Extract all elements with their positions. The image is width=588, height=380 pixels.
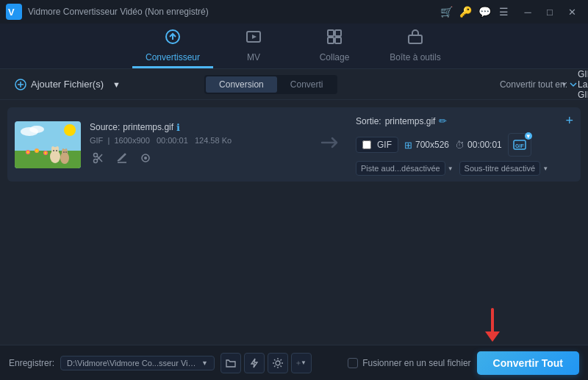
- more-settings-button[interactable]: ▼: [291, 353, 312, 373]
- nav-tabs: Convertisseur MV Collage B: [0, 24, 588, 69]
- effects-icon: [140, 152, 151, 164]
- convert-all-button[interactable]: Convertir Tout: [477, 351, 579, 375]
- chat-icon[interactable]: 💬: [476, 4, 492, 20]
- svg-point-27: [53, 150, 54, 151]
- output-settings-row: GIF ⊞ 700x526 ⏱ 00:00:01 GIF ▼: [356, 133, 573, 157]
- svg-point-45: [298, 362, 299, 363]
- thumbnail-image: [15, 121, 81, 168]
- merge-check: Fusionner en un seul fichier: [348, 358, 470, 368]
- format-thumb-button[interactable]: GIF ▼: [508, 133, 531, 157]
- svg-point-33: [63, 151, 65, 153]
- gear-icon: [272, 357, 284, 369]
- bottom-icons: ▼: [220, 353, 312, 373]
- output-top: Sortie: printemps.gif ✏ +: [356, 113, 573, 129]
- output-format-label: GIF: [377, 140, 392, 150]
- output-format-checkbox[interactable]: [362, 140, 371, 149]
- save-path-text: D:\Vidmore\Vidmore Co...sseur Vidéo\Conv…: [67, 359, 198, 368]
- audio-track-select[interactable]: Piste aud...désactivée: [356, 161, 445, 176]
- right-arrow-icon: [320, 134, 343, 151]
- add-file-dropdown-button[interactable]: ▼: [110, 77, 123, 92]
- svg-point-34: [65, 151, 67, 153]
- save-path-arrow: ▼: [201, 359, 208, 367]
- file-format: GIF: [90, 136, 103, 145]
- output-time: ⏱ 00:00:01: [455, 140, 502, 151]
- format-dropdown-dot: ▼: [525, 132, 532, 140]
- svg-rect-8: [409, 35, 422, 43]
- svg-point-20: [36, 149, 38, 151]
- audio-track-select-wrap: Piste aud...désactivée: [356, 161, 453, 176]
- boite-outils-icon: [406, 28, 424, 49]
- subtitle-label: Sous-titre désactivé: [465, 164, 536, 173]
- file-size: 124.58 Ko: [195, 136, 232, 145]
- lightning-button[interactable]: [244, 353, 265, 373]
- add-file-button[interactable]: Ajouter Fichier(s): [9, 76, 110, 93]
- add-file-label: Ajouter Fichier(s): [31, 79, 104, 90]
- add-icon: [15, 79, 26, 90]
- tab-collage-label: Collage: [320, 52, 350, 62]
- settings-button[interactable]: [268, 353, 288, 373]
- output-filename: printemps.gif: [385, 116, 436, 126]
- tab-convertisseur[interactable]: Convertisseur: [132, 24, 213, 68]
- output-name: Sortie: printemps.gif ✏: [356, 115, 447, 126]
- output-res-value: 700x526: [415, 140, 449, 150]
- svg-point-41: [144, 157, 147, 159]
- tab-converti-button[interactable]: Converti: [277, 76, 337, 93]
- window-controls: ─ □ ✕: [517, 4, 582, 20]
- output-resolution: ⊞ 700x526: [404, 140, 449, 151]
- svg-point-16: [29, 126, 44, 133]
- key-icon[interactable]: 🔑: [457, 4, 473, 20]
- mv-icon: [245, 28, 262, 49]
- titlebar-actions: 🛒 🔑 💬 ☰: [438, 4, 512, 20]
- file-thumbnail: [15, 121, 81, 168]
- effects-button[interactable]: [137, 151, 154, 168]
- cart-icon[interactable]: 🛒: [438, 4, 454, 20]
- edit-button[interactable]: [113, 151, 131, 168]
- source-name: printemps.gif: [123, 122, 173, 132]
- menu-icon[interactable]: ☰: [495, 4, 512, 20]
- scissors-icon: [93, 152, 104, 164]
- minimize-button[interactable]: ─: [517, 4, 538, 20]
- cut-button[interactable]: [90, 151, 107, 168]
- app-title: Vidmore Convertisseur Vidéo (Non enregis…: [28, 7, 438, 17]
- svg-text:GIF: GIF: [515, 143, 524, 148]
- tab-mv-label: MV: [247, 52, 260, 62]
- open-folder-button[interactable]: [220, 353, 241, 373]
- toolbar: Ajouter Fichier(s) ▼ Conversion Converti…: [0, 69, 588, 100]
- lightning-icon: [248, 357, 260, 369]
- file-info: Source: printemps.gif ℹ GIF | 1600x900 0…: [90, 122, 307, 168]
- titlebar: V Vidmore Convertisseur Vidéo (Non enreg…: [0, 0, 588, 24]
- output-dropdowns: Piste aud...désactivée Sous-titre désact…: [356, 161, 573, 176]
- maximize-button[interactable]: □: [539, 4, 560, 20]
- svg-point-22: [45, 151, 47, 154]
- output-edit-icon[interactable]: ✏: [439, 115, 447, 126]
- merge-checkbox[interactable]: [348, 358, 358, 368]
- convertisseur-icon: [164, 28, 182, 49]
- svg-rect-5: [335, 30, 341, 36]
- svg-text:V: V: [8, 7, 15, 18]
- tab-mv[interactable]: MV: [213, 24, 294, 68]
- audio-track-label: Piste aud...désactivée: [361, 164, 440, 173]
- tab-convertisseur-label: Convertisseur: [146, 52, 200, 62]
- add-output-button[interactable]: +: [565, 113, 573, 129]
- gif-format-icon: GIF: [513, 138, 526, 151]
- time-icon: ⏱: [455, 140, 465, 151]
- subtitle-select[interactable]: Sous-titre désactivé: [459, 161, 541, 176]
- app-logo: V: [6, 4, 22, 20]
- file-actions: [90, 151, 307, 168]
- save-path-display[interactable]: D:\Vidmore\Vidmore Co...sseur Vidéo\Conv…: [60, 356, 215, 370]
- tab-boite-outils[interactable]: Boîte à outils: [375, 24, 456, 68]
- tab-conversion-button[interactable]: Conversion: [206, 76, 277, 93]
- file-resolution: 1600x900: [114, 136, 149, 145]
- save-label: Enregistrer:: [9, 358, 54, 368]
- info-icon[interactable]: ℹ: [176, 122, 180, 133]
- close-button[interactable]: ✕: [562, 4, 582, 20]
- main-content: Source: printemps.gif ℹ GIF | 1600x900 0…: [0, 100, 588, 345]
- conversion-arrow: [320, 134, 343, 156]
- source-label: Source:: [90, 122, 120, 132]
- tab-boite-outils-label: Boîte à outils: [390, 52, 440, 62]
- output-time-value: 00:00:01: [467, 140, 502, 150]
- svg-rect-13: [15, 151, 81, 168]
- output-format-select[interactable]: GIF: [356, 137, 398, 153]
- convert-all-label: Convertir tout en:: [500, 79, 567, 90]
- tab-collage[interactable]: Collage: [294, 24, 375, 68]
